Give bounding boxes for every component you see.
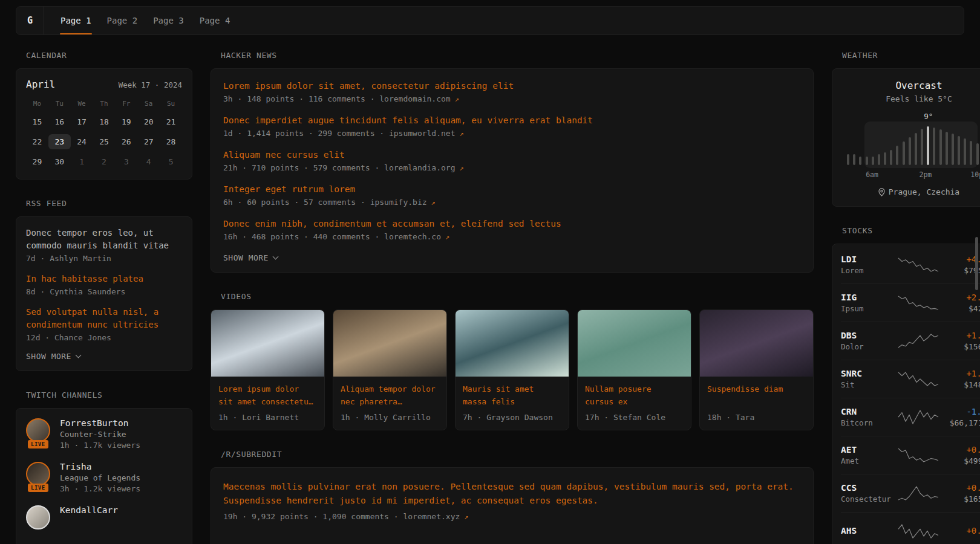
rss-item-title[interactable]: Donec tempor eros leo, ut commodo mauris…: [26, 227, 182, 252]
hn-item[interactable]: Donec imperdiet augue tincidunt felis al…: [223, 115, 801, 138]
video-title[interactable]: Mauris sit amet massa felis: [463, 383, 561, 409]
stock-row[interactable]: LDILorem +4.35%$795.18: [841, 245, 980, 283]
video-meta: 18h · Tara: [707, 413, 806, 422]
external-link-icon[interactable]: ↗: [445, 233, 449, 241]
external-link-icon[interactable]: ↗: [464, 513, 468, 521]
hn-item[interactable]: Aliquam nec cursus elit 21h · 710 points…: [223, 150, 801, 172]
video-title[interactable]: Nullam posuere cursus ex: [585, 383, 684, 409]
hn-item[interactable]: Donec enim nibh, condimentum et accumsan…: [223, 219, 801, 241]
hn-item-title[interactable]: Donec enim nibh, condimentum et accumsan…: [223, 219, 801, 228]
calendar-header: April Week 17 · 2024: [26, 79, 182, 90]
dashboard-columns: CALENDAR April Week 17 · 2024 Mo Tu We T…: [16, 51, 964, 544]
video-thumbnail[interactable]: [456, 310, 569, 377]
video-title[interactable]: Lorem ipsum dolor sit amet consectetu…: [218, 383, 317, 409]
stock-symbol[interactable]: CCS: [841, 483, 893, 493]
stock-sparkline: [897, 447, 939, 463]
stock-symbol[interactable]: AHS: [841, 526, 893, 536]
video-title[interactable]: Aliquam tempor dolor nec pharetra…: [341, 383, 439, 409]
video-card[interactable]: Nullam posuere cursus ex 17h · Stefan Co…: [577, 309, 691, 430]
live-badge: LIVE: [28, 484, 48, 492]
external-link-icon[interactable]: ↗: [460, 129, 464, 138]
hn-item-meta: 1d · 1,414 points · 299 comments · ipsum…: [223, 129, 801, 138]
reddit-post[interactable]: Maecenas mollis pulvinar erat non posuer…: [223, 480, 801, 521]
rss-show-more-button[interactable]: SHOW MORE: [26, 352, 182, 361]
rss-item[interactable]: Sed volutpat nulla nisl, a condimentum n…: [26, 306, 182, 342]
video-card[interactable]: Aliquam tempor dolor nec pharetra… 1h · …: [333, 309, 447, 430]
rss-item-title[interactable]: Sed volutpat nulla nisl, a condimentum n…: [26, 306, 182, 331]
video-thumbnail[interactable]: [700, 310, 813, 377]
stock-price: $165.84: [944, 494, 980, 504]
scrollbar-thumb[interactable]: [975, 237, 978, 290]
stock-row[interactable]: CCSConsectetur +0.51%$165.84: [841, 474, 980, 512]
stock-row[interactable]: SNRCSit +1.36%$148.64: [841, 360, 980, 398]
hn-item-title[interactable]: Donec imperdiet augue tincidunt felis al…: [223, 115, 801, 125]
video-title[interactable]: Suspendisse diam: [707, 383, 806, 409]
channel-name[interactable]: Trisha: [60, 462, 140, 471]
section-title-stocks: STOCKS: [842, 226, 980, 235]
video-card-body: Mauris sit amet massa felis 7h · Grayson…: [456, 377, 569, 430]
subreddit-section: /R/SUBREDDIT Maecenas mollis pulvinar er…: [211, 450, 814, 544]
video-card[interactable]: Mauris sit amet massa felis 7h · Grayson…: [455, 309, 569, 430]
hn-item-title[interactable]: Aliquam nec cursus elit: [223, 150, 801, 160]
tab-page-4[interactable]: Page 4: [192, 7, 238, 34]
channel-name[interactable]: ForrestBurton: [60, 418, 140, 428]
calendar-day: 30: [48, 154, 71, 169]
stock-row[interactable]: CRNBitcorn -1.00%$66,171.48: [841, 398, 980, 436]
stock-name: Amet: [841, 456, 893, 465]
video-card-body: Lorem ipsum dolor sit amet consectetu… 1…: [211, 377, 324, 430]
app-logo[interactable]: G: [16, 7, 44, 34]
video-thumbnail[interactable]: [578, 310, 691, 377]
calendar-day: 16: [48, 114, 71, 129]
hn-show-more-button[interactable]: SHOW MORE: [223, 253, 801, 262]
stock-row[interactable]: AHS +0.46%: [841, 512, 980, 544]
calendar-card: April Week 17 · 2024 Mo Tu We Th Fr Sa S…: [16, 68, 192, 180]
rss-item[interactable]: Donec tempor eros leo, ut commodo mauris…: [26, 227, 182, 263]
tab-page-1[interactable]: Page 1: [53, 7, 99, 34]
stock-symbol[interactable]: CRN: [841, 407, 893, 416]
hn-item-title[interactable]: Integer eget rutrum lorem: [223, 184, 801, 194]
twitch-channel[interactable]: LIVE ForrestBurton Counter-Strike 1h · 1…: [26, 418, 182, 450]
external-link-icon[interactable]: ↗: [460, 164, 464, 172]
calendar-dow: Th: [93, 98, 116, 109]
twitch-channel[interactable]: LIVE Trisha League of Legends 3h · 1.2k …: [26, 462, 182, 493]
rss-item-title[interactable]: In hac habitasse platea: [26, 273, 182, 285]
rss-item[interactable]: In hac habitasse platea 8d · Cynthia Sau…: [26, 273, 182, 296]
stock-symbol[interactable]: DBS: [841, 331, 893, 340]
stock-symbol[interactable]: LDI: [841, 254, 893, 264]
weather-condition: Overcast: [843, 80, 980, 91]
hn-item[interactable]: Lorem ipsum dolor sit amet, consectetur …: [223, 81, 801, 103]
stock-symbol[interactable]: SNRC: [841, 369, 893, 378]
video-card-body: Suspendisse diam 18h · Tara: [700, 377, 813, 430]
video-meta: 1h · Lori Barnett: [218, 413, 317, 422]
stock-change: +0.92%: [944, 445, 980, 455]
section-title-rss: RSS FEED: [26, 199, 192, 208]
tab-page-3[interactable]: Page 3: [145, 7, 192, 34]
stock-change: +1.42%: [944, 331, 980, 340]
video-thumbnail[interactable]: [211, 310, 324, 377]
stock-sparkline: [897, 409, 939, 425]
channel-name[interactable]: KendallCarr: [60, 505, 118, 515]
section-title-twitch: TWITCH CHANNELS: [26, 390, 192, 400]
video-thumbnail[interactable]: [333, 310, 446, 377]
video-card[interactable]: Suspendisse diam 18h · Tara: [699, 309, 814, 430]
stock-name: Lorem: [841, 266, 893, 275]
external-link-icon[interactable]: ↗: [431, 198, 436, 207]
stock-change: +0.46%: [944, 526, 980, 536]
twitch-channel[interactable]: KendallCarr: [26, 505, 182, 533]
stock-change: +4.35%: [944, 254, 980, 264]
external-link-icon[interactable]: ↗: [455, 95, 459, 103]
stock-symbol[interactable]: IIG: [841, 293, 893, 302]
calendar-dow: Sa: [137, 98, 160, 109]
video-card[interactable]: Lorem ipsum dolor sit amet consectetu… 1…: [211, 309, 325, 430]
stock-price: $66,171.48: [944, 418, 980, 427]
hn-item[interactable]: Integer eget rutrum lorem 6h · 60 points…: [223, 184, 801, 207]
hn-item-title[interactable]: Lorem ipsum dolor sit amet, consectetur …: [223, 81, 801, 91]
stock-row[interactable]: DBSDolor +1.42%$156.28: [841, 322, 980, 360]
tab-page-2[interactable]: Page 2: [99, 7, 146, 34]
reddit-post-meta: 19h · 9,932 points · 1,090 comments · lo…: [223, 512, 801, 521]
stock-row[interactable]: AETAmet +0.92%$499.72: [841, 436, 980, 474]
stock-row[interactable]: IIGIpsum +2.84%$42.04: [841, 283, 980, 322]
calendar-day-selected: 23: [48, 134, 71, 149]
reddit-post-title[interactable]: Maecenas mollis pulvinar erat non posuer…: [223, 480, 801, 508]
stock-symbol[interactable]: AET: [841, 445, 893, 455]
